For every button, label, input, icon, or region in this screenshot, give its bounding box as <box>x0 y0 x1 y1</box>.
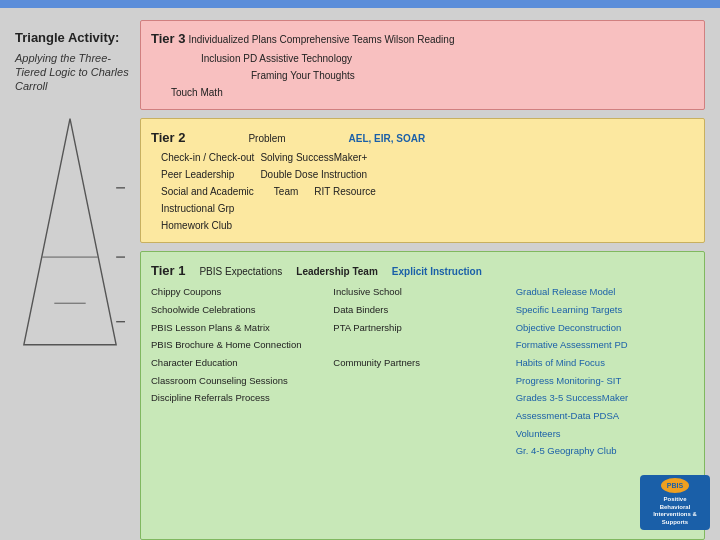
t1r4c2 <box>333 336 511 354</box>
tier2-instgrp: Instructional Grp <box>161 200 234 217</box>
tier2-row4: Instructional Grp <box>151 200 694 217</box>
tier3-desc4: Touch Math <box>151 87 223 98</box>
triangle-area <box>15 114 135 374</box>
t1r4c1: PBIS Brochure & Home Connection <box>151 336 329 354</box>
t1r7c1: Discipline Referrals Process <box>151 389 329 407</box>
tier2-social: Social and Academic <box>161 183 254 200</box>
tier1-header-row: Tier 1 PBIS Expectations Leadership Team… <box>151 260 694 281</box>
left-panel: Triangle Activity: Applying the Three-Ti… <box>10 20 140 540</box>
tier1-title: Tier 1 <box>151 260 185 281</box>
main-container: Triangle Activity: Applying the Three-Ti… <box>0 0 720 540</box>
tier2-rit: RIT Resource <box>314 183 376 200</box>
t1r6c1: Classroom Counseling Sessions <box>151 372 329 390</box>
t1r2c2: Data Binders <box>333 301 511 319</box>
t1r3c1: PBIS Lesson Plans & Matrix <box>151 319 329 337</box>
t1r6c3: Progress Monitoring- SIT <box>516 372 694 390</box>
tier2-ael: AEL, EIR, SOAR <box>349 133 426 144</box>
t1r9c2 <box>333 425 511 443</box>
tier2-hw: Homework Club <box>161 217 232 234</box>
tier2-peer: Peer Leadership <box>161 166 234 183</box>
t1r10c2 <box>333 442 511 460</box>
t1r4c3: Formative Assessment PD <box>516 336 694 354</box>
t1r1c1: Chippy Coupons <box>151 283 329 301</box>
t1r10c1 <box>151 442 329 460</box>
tier2-checkin: Check-in / Check-out <box>161 149 254 166</box>
tier2-row3: Social and Academic Team RIT Resource <box>151 183 694 200</box>
t1r3c3: Objective Deconstruction <box>516 319 694 337</box>
t1r5c1: Character Education <box>151 354 329 372</box>
logo-circle-text: PBIS <box>667 482 683 490</box>
tier1-hdr-col1: PBIS Expectations <box>199 264 282 281</box>
t1r8c2 <box>333 407 511 425</box>
pbis-logo: PBIS PositiveBehavioralInterventions &Su… <box>640 475 710 530</box>
t1r10c3: Gr. 4-5 Geography Club <box>516 442 694 460</box>
top-bar <box>0 0 720 8</box>
tier2-team: Team <box>274 183 298 200</box>
tier2-solving: Solving SuccessMaker+ <box>260 149 367 166</box>
content-area: Triangle Activity: Applying the Three-Ti… <box>10 20 710 540</box>
tier3-desc1: Individualized Plans Comprehensive Teams… <box>188 34 454 45</box>
tier3-box: Tier 3 Individualized Plans Comprehensiv… <box>140 20 705 110</box>
t1r1c3: Gradual Release Model <box>516 283 694 301</box>
tier3-desc2: Inclusion PD Assistive Technology <box>151 53 352 64</box>
tier2-row2: Peer Leadership Double Dose Instruction <box>151 166 694 183</box>
tier2-row1: Check-in / Check-out Solving SuccessMake… <box>151 149 694 166</box>
t1r9c1 <box>151 425 329 443</box>
t1r8c1 <box>151 407 329 425</box>
tier3-title: Tier 3 <box>151 31 185 46</box>
tier2-double: Double Dose Instruction <box>260 166 367 183</box>
t1r5c2: Community Partners <box>333 354 511 372</box>
tier3-desc3: Framing Your Thoughts <box>151 70 355 81</box>
tier1-rows: Chippy Coupons Inclusive School Gradual … <box>151 283 694 460</box>
logo-text-line1: PositiveBehavioralInterventions &Support… <box>653 496 697 527</box>
tier1-hdr-col2: Leadership Team <box>296 264 378 281</box>
t1r6c2 <box>333 372 511 390</box>
t1r2c1: Schoolwide Celebrations <box>151 301 329 319</box>
t1r3c2: PTA Partnership <box>333 319 511 337</box>
left-subtitle: Applying the Three-Tiered Logic to Charl… <box>15 51 135 94</box>
svg-marker-0 <box>24 118 116 344</box>
triangle-diagram <box>15 114 125 354</box>
logo-circle: PBIS <box>661 478 689 493</box>
t1r2c3: Specific Learning Targets <box>516 301 694 319</box>
tier2-box: Tier 2 Problem AEL, EIR, SOAR Check-in /… <box>140 118 705 243</box>
t1r8c3: Assessment-Data PDSA <box>516 407 694 425</box>
tier2-row5: Homework Club <box>151 217 694 234</box>
tier1-hdr-col3: Explicit Instruction <box>392 264 482 281</box>
t1r7c3: Grades 3-5 SuccessMaker <box>516 389 694 407</box>
left-title: Triangle Activity: <box>15 30 135 47</box>
t1r1c2: Inclusive School <box>333 283 511 301</box>
tier2-title: Tier 2 <box>151 130 185 145</box>
t1r7c2 <box>333 389 511 407</box>
tier2-prob: Problem <box>248 133 285 144</box>
t1r9c3: Volunteers <box>516 425 694 443</box>
right-panel: Tier 3 Individualized Plans Comprehensiv… <box>140 20 710 540</box>
t1r5c3: Habits of Mind Focus <box>516 354 694 372</box>
tier1-box: Tier 1 PBIS Expectations Leadership Team… <box>140 251 705 540</box>
